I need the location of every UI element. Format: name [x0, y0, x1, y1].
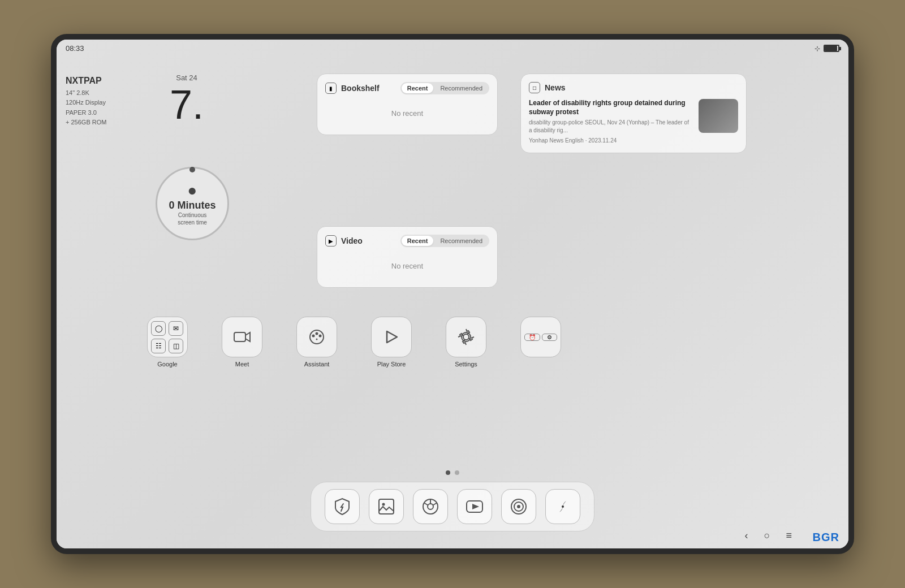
date-label: Sat 24 — [170, 74, 204, 82]
assistant-icon-box[interactable] — [296, 317, 337, 357]
app-extra: ⏰ ⚙ — [520, 317, 561, 361]
bookshelf-tabs: Recent Recommended — [400, 82, 489, 94]
nav-menu-button[interactable]: ≡ — [786, 530, 792, 542]
svg-point-5 — [316, 332, 318, 335]
news-source-detail: disability group-police SEOUL, Nov 24 (Y… — [529, 119, 693, 135]
video-header: ▶ Video Recent Recommended — [325, 235, 489, 247]
google-sub2: ✉ — [169, 321, 183, 336]
svg-line-16 — [433, 503, 437, 505]
day-number: 7. — [170, 84, 204, 125]
svg-marker-1 — [245, 332, 250, 341]
status-bar: 08:33 ⊹ — [57, 44, 848, 53]
bookshelf-header: ▮ Bookshelf Recent Recommended — [325, 82, 489, 94]
news-headline: Leader of disability rights group detain… — [529, 99, 693, 116]
tablet-screen: 08:33 ⊹ NXTPAP 14" 2.8K 120Hz Display PA… — [57, 40, 848, 548]
svg-marker-7 — [387, 331, 397, 343]
video-content: No recent — [325, 253, 489, 279]
svg-point-3 — [312, 335, 315, 338]
dock-pinwheel[interactable] — [545, 489, 580, 524]
extra-sub1: ⏰ — [524, 334, 540, 341]
video-widget: ▶ Video Recent Recommended No recent — [317, 226, 498, 288]
google-sub1: ◯ — [151, 321, 166, 336]
app-meet: Meet — [222, 317, 262, 368]
nav-back-button[interactable]: ‹ — [745, 530, 748, 542]
news-icon: □ — [529, 82, 540, 93]
brand-spec3: PAPER 3.0 — [66, 108, 106, 118]
shield-bolt-icon — [332, 496, 352, 517]
svg-rect-10 — [379, 499, 394, 514]
playstore-icon — [381, 327, 402, 347]
dock-gallery[interactable] — [369, 489, 404, 524]
google-sub3: ☷ — [151, 339, 166, 353]
svg-marker-18 — [472, 504, 479, 509]
svg-point-11 — [382, 503, 385, 506]
dock-chrome[interactable] — [413, 489, 448, 524]
apps-area: ◯ ✉ ☷ ◫ Google Meet — [147, 317, 803, 368]
meet-label: Meet — [235, 361, 249, 368]
news-item[interactable]: Leader of disability rights group detain… — [529, 99, 738, 145]
settings-icon — [456, 327, 476, 347]
tab-recent-bookshelf[interactable]: Recent — [402, 83, 434, 93]
app-settings: Settings — [446, 317, 486, 368]
battery-icon — [824, 45, 839, 52]
gallery-icon — [376, 496, 397, 517]
dock-target[interactable] — [501, 489, 536, 524]
meet-icon-box[interactable] — [222, 317, 262, 357]
news-header: □ News — [529, 82, 738, 93]
dock — [311, 482, 594, 531]
playstore-label: Play Store — [377, 361, 406, 368]
svg-line-15 — [424, 503, 428, 505]
bookshelf-title: Bookshelf — [341, 84, 396, 93]
assistant-label: Assistant — [304, 361, 330, 368]
target-icon — [508, 496, 529, 517]
meet-icon — [232, 327, 252, 347]
tablet-frame: 08:33 ⊹ NXTPAP 14" 2.8K 120Hz Display PA… — [51, 34, 854, 554]
dot-2[interactable] — [455, 470, 459, 475]
svg-point-13 — [428, 504, 433, 509]
dock-youtube[interactable] — [457, 489, 492, 524]
svg-point-22 — [562, 505, 564, 508]
screen-time-minutes: 0 Minutes — [169, 200, 216, 211]
google-icon-box[interactable]: ◯ ✉ ☷ ◫ — [147, 317, 188, 357]
tab-recommended-video[interactable]: Recommended — [434, 236, 488, 246]
screen-time-widget[interactable]: ● 0 Minutes Continuousscreen time — [153, 164, 232, 243]
bookshelf-widget: ▮ Bookshelf Recent Recommended No recent — [317, 74, 498, 135]
google-label: Google — [157, 361, 177, 368]
news-thumb-image — [699, 99, 738, 133]
bgr-watermark: BGR — [813, 531, 839, 544]
video-icon: ▶ — [325, 235, 337, 247]
news-title: News — [545, 83, 738, 92]
app-playstore: Play Store — [371, 317, 412, 368]
datetime-widget: Sat 24 7. — [170, 74, 204, 125]
status-icons: ⊹ — [815, 45, 839, 53]
nav-home-button[interactable]: ○ — [764, 530, 770, 542]
brand-spec2: 120Hz Display — [66, 98, 106, 108]
bluetooth-icon: ⊹ — [815, 45, 820, 53]
news-thumbnail — [699, 99, 738, 133]
svg-point-4 — [319, 335, 322, 338]
playstore-icon-box[interactable] — [371, 317, 412, 357]
video-tabs: Recent Recommended — [400, 235, 489, 247]
news-widget: □ News Leader of disability rights group… — [520, 74, 747, 153]
svg-rect-0 — [234, 332, 245, 341]
chrome-icon — [420, 496, 441, 517]
extra-icon-box[interactable]: ⏰ ⚙ — [520, 317, 561, 357]
brand-logo: NXTPAP — [66, 74, 106, 88]
tab-recommended-bookshelf[interactable]: Recommended — [434, 83, 488, 93]
dot-1[interactable] — [446, 470, 450, 475]
settings-label: Settings — [455, 361, 477, 368]
news-source: Yonhap News English · 2023.11.24 — [529, 137, 693, 145]
settings-icon-box[interactable] — [446, 317, 486, 357]
onscreen-nav: ‹ ○ ≡ — [745, 530, 792, 542]
tab-recent-video[interactable]: Recent — [402, 236, 434, 246]
youtube-icon — [464, 496, 485, 517]
app-google: ◯ ✉ ☷ ◫ Google — [147, 317, 188, 368]
bookshelf-content: No recent — [325, 100, 489, 127]
page-dots — [446, 470, 459, 475]
svg-point-8 — [463, 334, 469, 340]
google-sub4: ◫ — [169, 339, 183, 353]
extra-sub2: ⚙ — [542, 334, 558, 341]
dock-security[interactable] — [325, 489, 360, 524]
pinwheel-icon — [553, 496, 573, 517]
brand-text: NXTPAP 14" 2.8K 120Hz Display PAPER 3.0 … — [66, 74, 106, 128]
